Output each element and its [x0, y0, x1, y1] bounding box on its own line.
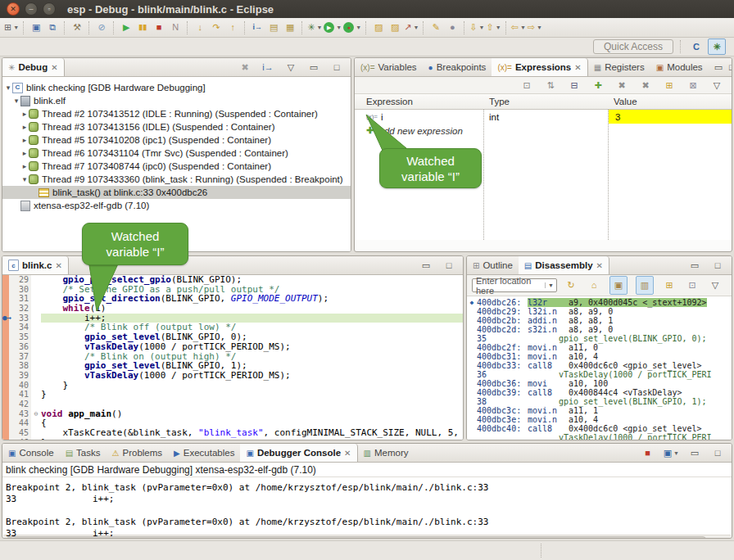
collapse-all-button[interactable]: ⊟ — [567, 78, 582, 93]
line-number[interactable]: 39 — [9, 371, 31, 381]
show-source-button[interactable]: ▥ — [636, 276, 654, 295]
annotation-ruler[interactable] — [2, 285, 9, 295]
quick-access-button[interactable]: Quick Access — [593, 39, 673, 54]
debug-tree-item[interactable]: ▸Thread #6 1073431104 (Tmr Svc) (Suspend… — [2, 147, 351, 160]
annotation-ruler[interactable] — [2, 332, 9, 342]
expression-value[interactable]: 3 — [609, 110, 732, 124]
new-c-project-button[interactable]: ▨ — [371, 20, 386, 35]
display-selected-console-button[interactable]: ▣▼ — [664, 445, 679, 461]
trace-control-button[interactable]: ▦ — [283, 20, 297, 35]
chevron-down-icon[interactable]: ▼ — [479, 25, 485, 30]
debug-tree-item[interactable]: xtensa-esp32-elf-gdb (7.10) — [2, 199, 351, 212]
line-number[interactable]: 36 — [9, 342, 31, 352]
chevron-down-icon[interactable]: ▼ — [316, 25, 322, 30]
code-line[interactable]: 46} — [2, 438, 463, 440]
code-line[interactable]: 40 } — [2, 381, 463, 391]
tab-expressions[interactable]: (x)=Expressions✕ — [492, 58, 587, 76]
minimize-button[interactable]: ▭ — [687, 445, 702, 461]
line-number[interactable]: 40 — [9, 381, 31, 391]
maximize-button[interactable]: □ — [710, 445, 725, 461]
scrollbar-thumb[interactable] — [7, 536, 706, 539]
tab-registers[interactable]: ▦Registers — [588, 58, 650, 76]
annotation-ruler[interactable] — [2, 390, 9, 400]
annotation-ruler[interactable] — [2, 400, 9, 409]
tab-debugger-console[interactable]: ▣Debugger Console✕ — [240, 444, 357, 462]
chevron-down-icon[interactable]: ▼ — [520, 25, 526, 30]
maximize-button[interactable]: □ — [710, 258, 725, 273]
code-text[interactable]: } — [41, 438, 463, 440]
code-text[interactable]: xTaskCreate(&blink_task, "blink_task", c… — [41, 428, 464, 438]
collapsed-arrow-icon[interactable]: ▸ — [20, 110, 29, 118]
format-button[interactable]: ✎ — [428, 20, 443, 35]
tab-console[interactable]: ▣Console — [2, 444, 60, 462]
tab-executables[interactable]: ▶Executables — [168, 444, 240, 462]
expression-row[interactable]: (x)= i int 3 — [355, 110, 732, 124]
annotation-ruler[interactable] — [2, 381, 9, 391]
disassembly-line[interactable]: vTaskDelay(1000 / portTICK_PERI — [467, 433, 732, 440]
new-wizard-button[interactable]: ⊞▼ — [4, 20, 19, 35]
minimize-icon[interactable]: ▭ — [714, 63, 723, 72]
layout-button[interactable]: ⊠ — [686, 78, 700, 93]
disassembly-line[interactable]: 400dbc31:movi.na10, 4 — [467, 352, 732, 361]
view-menu-button[interactable]: ▽ — [283, 60, 298, 75]
annotation-ruler[interactable] — [2, 428, 9, 438]
annotation-ruler[interactable] — [2, 438, 9, 440]
forward-button[interactable]: ⇨▼ — [528, 20, 542, 35]
column-divider[interactable] — [608, 110, 609, 240]
line-number[interactable]: 37 — [9, 352, 31, 362]
line-number[interactable]: 43 — [9, 409, 31, 419]
close-icon[interactable]: ✕ — [55, 261, 61, 270]
fold-collapse-icon[interactable]: ⊖ — [31, 409, 41, 419]
step-return-button[interactable]: ↑ — [225, 20, 240, 35]
show-type-names-button[interactable]: ⊡ — [519, 78, 534, 93]
maximize-button[interactable]: □ — [329, 60, 344, 75]
chevron-down-icon[interactable]: ▼ — [413, 25, 419, 30]
chevron-down-icon[interactable]: ▼ — [545, 282, 556, 288]
step-over-button[interactable]: ↷ — [209, 20, 224, 35]
instruction-stepping-button[interactable]: i→ — [250, 20, 265, 35]
new-rendering-button[interactable]: ⊞ — [662, 78, 677, 93]
disassembly-line[interactable]: ◆400dbc26:l32ra9, 0x400d045c <_stext+109… — [467, 298, 732, 307]
column-divider[interactable] — [483, 110, 484, 240]
annotation-ruler[interactable] — [2, 275, 9, 285]
column-type[interactable]: Type — [484, 97, 609, 106]
tab-outline[interactable]: ⊞Outline — [467, 256, 519, 274]
annotation-ruler[interactable] — [2, 323, 9, 332]
close-icon[interactable]: ✕ — [344, 449, 351, 458]
back-button[interactable]: ⇦▼ — [511, 20, 526, 35]
tab-disassembly[interactable]: ▤Disassembly✕ — [519, 256, 609, 274]
code-text[interactable]: } — [41, 390, 463, 400]
save-all-button[interactable]: ⧉ — [45, 20, 60, 35]
code-text[interactable]: void app_main() — [41, 409, 463, 419]
disassembly-line[interactable]: 36vTaskDelay(1000 / portTICK_PERI — [467, 370, 732, 379]
tab-blink-c[interactable]: cblink.c✕ — [2, 256, 69, 274]
debug-tree-item[interactable]: ▾Cblink checking [GDB Hardware Debugging… — [2, 81, 351, 94]
debug-tree-item[interactable]: ▸Thread #3 1073413156 (IDLE) (Suspended … — [2, 120, 351, 133]
disassembly-line[interactable]: 400dbc36:movia10, 100 — [467, 379, 732, 388]
column-value[interactable]: Value — [609, 97, 732, 106]
debug-perspective-button[interactable]: ✳ — [708, 38, 726, 55]
debug-button[interactable]: ✳▼ — [307, 20, 322, 35]
chevron-down-icon[interactable]: ▼ — [336, 25, 342, 30]
minimize-button[interactable]: ▭ — [419, 258, 433, 273]
debug-tree-item[interactable]: ▾blink.elf — [2, 94, 351, 107]
code-text[interactable]: vTaskDelay(1000 / portTICK_PERIOD_MS); — [41, 371, 463, 381]
disassembly-line[interactable]: 400dbc39:call80x400844c4 <vTaskDelay> — [467, 388, 732, 397]
disassembly-line[interactable]: 400dbc40:call80x400dc6c0 <gpio_set_level… — [467, 424, 732, 433]
collapsed-arrow-icon[interactable]: ▸ — [20, 136, 29, 144]
disassembly-line[interactable]: 400dbc2f:movi.na11, 0 — [467, 343, 732, 352]
expanded-arrow-icon[interactable]: ▾ — [20, 175, 29, 183]
go-to-line-button[interactable]: ⇧▼ — [487, 20, 501, 35]
location-input[interactable]: Enter location here ▼ — [472, 278, 557, 292]
column-expression[interactable]: Expression — [355, 97, 484, 106]
launch-button[interactable]: ↗▼ — [404, 20, 419, 35]
debug-tree-item[interactable]: ▾Thread #9 1073433360 (blink_task : Runn… — [2, 173, 351, 186]
view-menu-button[interactable]: ▽ — [709, 78, 724, 93]
line-number[interactable]: 46 — [9, 438, 31, 440]
code-editor[interactable]: 29 gpio_pad_select_gpio(BLINK_GPIO);30 /… — [2, 275, 463, 440]
home-button[interactable]: ⌂ — [587, 278, 601, 293]
disassembly-line[interactable]: 400dbc29:l32i.na8, a9, 0 — [467, 307, 732, 316]
new-view-button[interactable]: ⊞ — [662, 278, 677, 293]
build-button[interactable]: ⚒ — [70, 20, 84, 35]
annotation-ruler[interactable] — [2, 418, 9, 428]
